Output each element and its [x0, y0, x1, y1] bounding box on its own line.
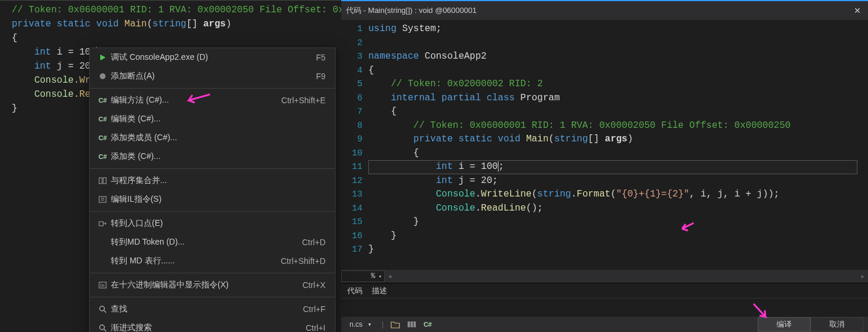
menu-item-1[interactable]: 添加断点(A)F9: [90, 67, 335, 86]
kw-string: string: [537, 189, 571, 199]
line-number: 13: [341, 188, 368, 202]
menu-separator: [90, 168, 335, 169]
error-header: 代码 描述: [341, 283, 868, 299]
menu-label: 查找: [111, 304, 303, 314]
line-number: 15: [341, 215, 368, 229]
menu-separator: [90, 297, 335, 297]
menu-separator: [90, 273, 335, 273]
menu-item-17[interactable]: 查找Ctrl+F: [90, 300, 335, 319]
title-text: 代码 - Main(string[]) : void @06000001: [346, 5, 477, 16]
scroll-left-icon[interactable]: ◀: [388, 273, 391, 280]
cancel-button[interactable]: 取消: [811, 317, 863, 331]
folder-open-icon[interactable]: [391, 320, 400, 328]
file-name: n.cs: [350, 320, 362, 328]
zoom-selector[interactable]: %: [341, 270, 385, 282]
menu-item-12[interactable]: 转到MD Token (D)...Ctrl+D: [90, 233, 335, 252]
line-number: 2: [341, 36, 368, 50]
search-icon: [94, 324, 111, 332]
kw-using: using: [368, 23, 396, 34]
menu-item-15[interactable]: 0x在十六进制编辑器中显示指令(X)Ctrl+X: [90, 276, 335, 294]
scroll-right-icon[interactable]: ▶: [862, 273, 864, 280]
kw-int: int: [34, 47, 51, 57]
open-brace: {: [413, 148, 419, 158]
kw-int: int: [34, 61, 51, 72]
hex-icon: 0x: [94, 282, 111, 289]
line-number: 1: [341, 22, 368, 36]
decompiler-left-panel: // Token: 0x06000001 RID: 1 RVA: 0x00002…: [0, 0, 341, 332]
menu-item-8[interactable]: 与程序集合并...: [90, 171, 335, 190]
code-content[interactable]: using System; namespace ConsoleApp2 { //…: [368, 20, 868, 270]
context-menu: 调试 ConsoleApp2.exe (D)F5添加断点(A)F9C#编辑方法 …: [89, 48, 335, 332]
menu-label: 编辑IL指令(S): [111, 194, 330, 205]
line-number: 14: [341, 202, 368, 216]
line-number-gutter: 1234567891011121314151617: [341, 20, 368, 270]
menu-item-4[interactable]: C#编辑类 (C#)...: [90, 110, 335, 128]
menu-shortcut: F5: [316, 53, 330, 62]
code-comment: // Token: 0x02000002 RID: 2: [391, 79, 542, 89]
menu-label: 在十六进制编辑器中显示指令(X): [111, 280, 303, 290]
menu-label: 转到 MD 表行......: [111, 256, 281, 266]
close-button[interactable]: ✕: [850, 5, 864, 16]
csharp-label[interactable]: C#: [423, 321, 432, 328]
svg-line-10: [104, 310, 106, 313]
open-brace: {: [12, 31, 330, 45]
menu-shortcut: F9: [316, 72, 330, 81]
class-console: Console: [436, 189, 475, 199]
line-number: 4: [341, 64, 368, 78]
file-tab[interactable]: n.cs: [346, 317, 375, 332]
menu-separator: [90, 211, 335, 212]
error-tab-code[interactable]: 代码: [347, 286, 362, 296]
menu-label: 编辑方法 (C#)...: [111, 95, 282, 106]
menu-shortcut: Ctrl+X: [303, 280, 330, 290]
menu-item-5[interactable]: C#添加类成员 (C#)...: [90, 128, 335, 147]
menu-item-18[interactable]: 渐进式搜索Ctrl+I: [90, 319, 335, 332]
assembly-icon[interactable]: [407, 320, 416, 328]
compile-button[interactable]: 编译: [758, 317, 811, 331]
menu-shortcut: Ctrl+Shift+D: [281, 256, 330, 266]
bottom-toolbar: n.cs | C# 编译 取消: [341, 317, 868, 332]
menu-shortcut: Ctrl+F: [303, 304, 331, 314]
search-icon: [94, 306, 111, 313]
param-args: args: [605, 134, 627, 144]
class-console: Console: [34, 75, 73, 86]
menu-item-3[interactable]: C#编辑方法 (C#)...Ctrl+Shift+E: [90, 91, 335, 110]
menu-item-9[interactable]: 编辑IL指令(S): [90, 190, 335, 209]
svg-point-9: [100, 306, 104, 311]
menu-label: 转到入口点(E): [111, 218, 330, 229]
method-main: Main: [124, 19, 147, 29]
line-number: 3: [341, 50, 368, 64]
menu-item-0[interactable]: 调试 ConsoleApp2.exe (D)F5: [90, 48, 335, 67]
svg-line-12: [104, 329, 106, 331]
string-literal: "{0}+{1}={2}": [616, 189, 690, 199]
menu-label: 添加类 (C#)...: [111, 151, 330, 162]
menu-label: 与程序集合并...: [111, 175, 330, 186]
line-number: 8: [341, 119, 368, 133]
kw-namespace: namespace: [368, 51, 419, 62]
breakpoint-icon: [94, 73, 111, 80]
kw-void: void: [96, 19, 118, 29]
error-panel: 代码 描述: [341, 283, 868, 317]
code-editor[interactable]: 1234567891011121314151617 using System; …: [341, 20, 868, 270]
cs-icon: C#: [94, 134, 111, 141]
kw-internal: internal: [391, 93, 436, 103]
menu-label: 转到MD Token (D)...: [111, 237, 302, 248]
il-icon: [94, 196, 111, 203]
svg-rect-6: [99, 222, 103, 226]
kw-static: static: [57, 19, 91, 29]
line-number: 17: [341, 243, 368, 257]
title-bar: 代码 - Main(string[]) : void @06000001 ✕: [341, 0, 868, 20]
cs-icon: C#: [94, 116, 111, 123]
menu-item-6[interactable]: C#添加类 (C#)...: [90, 147, 335, 166]
line-number: 7: [341, 105, 368, 119]
menu-item-11[interactable]: 转到入口点(E): [90, 214, 335, 233]
menu-item-13[interactable]: 转到 MD 表行......Ctrl+Shift+D: [90, 252, 335, 270]
call-args: , i, j, i + j));: [689, 189, 779, 199]
menu-label: 调试 ConsoleApp2.exe (D): [111, 52, 316, 63]
ns-system: System: [402, 23, 436, 34]
error-tab-desc[interactable]: 描述: [372, 286, 387, 296]
menu-label: 添加断点(A): [111, 71, 316, 82]
code-comment: // Token: 0x06000001 RID: 1 RVA: 0x00002…: [12, 5, 389, 15]
line-number: 16: [341, 229, 368, 243]
current-line-highlight: [368, 160, 857, 174]
play-icon: [94, 54, 111, 61]
